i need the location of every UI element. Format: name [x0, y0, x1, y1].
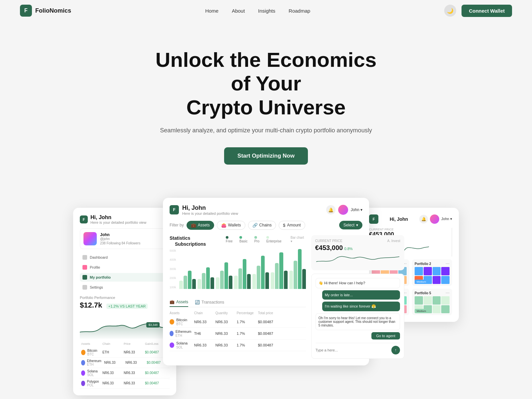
bar-group — [198, 267, 214, 289]
bell-icon-right: 🔔 — [419, 215, 428, 223]
chat-message-user: I'm waiting like since forever 😤 — [322, 302, 400, 311]
portfolio-title: Portfolio 5 — [415, 291, 450, 295]
hero-cta-button[interactable]: Start Optimizing Now — [224, 147, 308, 165]
dashboard-preview: F Hi, John Here is your detailed portfol… — [66, 198, 466, 364]
table-row: Solana SOL NR6.33 NR6.33 1.7% $0.00487 — [170, 339, 306, 351]
mini-header: F Hi, John Here is your detailed portfol… — [80, 214, 170, 224]
pixel — [441, 267, 450, 275]
bar — [261, 256, 265, 289]
bar — [275, 263, 279, 289]
pixel — [415, 296, 423, 305]
portfolio-change: +1.2% VS LAST YEAR — [106, 304, 148, 309]
portfolio-menu-icon[interactable]: ⋯ — [446, 291, 450, 295]
portfolio-menu-icon[interactable]: ⋯ — [446, 261, 450, 266]
bar — [179, 281, 183, 289]
select-dropdown[interactable]: Select ▾ — [339, 221, 362, 229]
bar — [234, 276, 238, 289]
table-row: Ethereum ETH NR6.33 NR6.33 $0.00487 — [80, 358, 170, 368]
tab-transactions[interactable]: 🔄 Transactions — [195, 300, 224, 307]
price-change: 0.8% — [344, 247, 353, 251]
legend-pro — [254, 236, 257, 239]
mini-user-card: John @john 238 Following 84 Followers — [80, 228, 170, 249]
nav-icon — [82, 255, 87, 260]
chat-message-user: My order is late... — [322, 290, 400, 300]
mini-nav: Dashboard Profile My portfolio Settings — [80, 253, 170, 292]
stats-section: Statistics Subscriptions Free Basic Pro … — [170, 235, 306, 359]
bar — [206, 267, 210, 289]
right-price-label: CURRENT PRICE — [369, 228, 449, 231]
portfolio-title: Portfolio 2 — [415, 262, 450, 266]
portfolio-card-4: ⋯ Portfolio 5 Medium — [412, 289, 452, 315]
mini-username: John — [100, 232, 166, 237]
hero-title: Unlock the Economics of Your Crypto Univ… — [146, 48, 386, 119]
bar-group — [289, 249, 306, 289]
pixel — [433, 267, 441, 275]
nav-about[interactable]: About — [232, 8, 245, 14]
nav-roadmap[interactable]: Roadmap — [289, 8, 310, 14]
filter-wallets[interactable]: 👛 Wallets — [217, 221, 245, 230]
mini-chart: $3,348 — [80, 312, 170, 339]
bar — [188, 271, 192, 289]
main-dash-header: F Hi, John Here is your detailed portfol… — [170, 204, 362, 215]
portfolio-value: $12.7k — [80, 301, 102, 309]
mini-nav-item[interactable]: Dashboard — [80, 253, 170, 262]
stats-legend: Free Basic Pro Enterprise Bar chart ▾ — [226, 236, 306, 243]
filter-chains[interactable]: 🔗 Chains — [248, 221, 276, 230]
send-button[interactable]: ↑ — [391, 346, 400, 354]
bar — [192, 279, 196, 289]
bar — [279, 252, 283, 289]
nav-icon — [82, 285, 87, 290]
table-row: Bitcoin BTC ETH NR6.33 $0.00487 — [80, 347, 170, 358]
table-section: 💼 Assets 🔄 Transactions Assets Chain Qua… — [170, 300, 306, 351]
bar — [284, 271, 288, 289]
main-dash-logo: F — [170, 205, 179, 214]
portfolio-performance: Portfolio Performance $12.7k +1.2% VS LA… — [80, 296, 170, 310]
coin-icon — [81, 381, 85, 386]
main-dash-user: 🔔 John ▾ — [326, 205, 362, 215]
wallets-icon: 👛 — [221, 223, 226, 228]
right-dash-header: F Hi, John 🔔 John ▾ — [369, 214, 452, 224]
theme-toggle-button[interactable]: 🌙 — [444, 5, 456, 17]
tab-assets[interactable]: 💼 Assets — [170, 300, 188, 307]
sol-icon — [170, 342, 174, 348]
bar — [243, 259, 246, 289]
amount-icon: $ — [283, 223, 285, 228]
divider — [452, 228, 452, 257]
bar — [224, 262, 228, 289]
chat-message-bot: Oh I'm sorry to hear this! Let me connec… — [316, 313, 400, 330]
nav-insights[interactable]: Insights — [258, 8, 275, 14]
mini-nav-item-active[interactable]: My portfolio — [80, 273, 170, 282]
right-panel: CURRENT PRICE A. Invest €453,000 0.8% 👋 … — [311, 235, 404, 359]
filter-amount[interactable]: $ Amount — [279, 221, 305, 230]
chart-type-label: Bar chart ▾ — [291, 236, 306, 243]
pixel — [424, 296, 432, 305]
portfolio-label: Portfolio Performance — [80, 296, 170, 300]
mini-nav-item[interactable]: Profile — [80, 263, 170, 272]
mini-nav-item[interactable]: Settings — [80, 283, 170, 292]
portfolio-badge: Medium — [415, 280, 428, 284]
mini-dashboard-left: F Hi, John Here is your detailed portfol… — [73, 208, 176, 395]
mini-logo-icon: F — [80, 215, 88, 223]
bar-group — [179, 271, 196, 289]
coin-icon — [81, 360, 85, 365]
hero-section: Unlock the Economics of Your Crypto Univ… — [0, 21, 532, 178]
pixel — [441, 296, 450, 305]
bar — [229, 276, 232, 289]
price-label: CURRENT PRICE — [315, 239, 342, 243]
bar — [294, 261, 297, 289]
filter-assets[interactable]: 💼 Assets — [187, 221, 214, 230]
chat-input[interactable] — [316, 348, 389, 352]
bar — [220, 271, 224, 289]
right-dash-user: 🔔 John ▾ — [419, 214, 452, 224]
bar-group — [252, 256, 269, 289]
nav-home[interactable]: Home — [205, 8, 218, 14]
eth-icon — [170, 331, 174, 336]
price-value: €453,000 — [315, 244, 343, 251]
bar — [202, 273, 205, 289]
portfolio-card-2: ⋯ Portfolio 2 Medium — [412, 259, 452, 286]
assets-icon: 💼 — [191, 223, 196, 228]
brand-name: FolioNomics — [35, 7, 71, 14]
bar — [289, 271, 293, 289]
go-to-agent-button[interactable]: Go to agent — [371, 332, 400, 339]
connect-wallet-button[interactable]: Connect Wallet — [462, 5, 512, 17]
